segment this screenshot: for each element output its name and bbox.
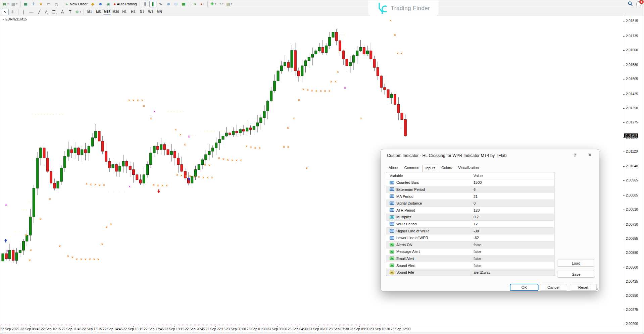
timeframe-button-m1[interactable]: M1	[86, 9, 94, 15]
toolbar-button-crosshair[interactable]: ✛	[9, 9, 16, 15]
param-row-message-alert[interactable]: ∿Message Alertfalse	[386, 248, 554, 255]
toolbar-button-auto-scroll[interactable]: ⇥	[191, 1, 198, 7]
toolbar-button-tile-windows[interactable]: ▦	[180, 1, 187, 7]
time-axis-tick	[71, 326, 72, 327]
price-axis-label: 2.00965	[626, 178, 638, 182]
toolbar-button-strategy-tester[interactable]: ◷	[53, 1, 60, 7]
timeframe-button-d1[interactable]: D1	[138, 9, 146, 15]
chat-icon[interactable]: 1	[636, 1, 642, 6]
toolbar-button-terminal[interactable]: ▭	[45, 1, 52, 7]
tab-visualization[interactable]: Visualization	[455, 164, 482, 171]
svg-text:×: ×	[246, 145, 248, 148]
resize-grip[interactable]: ◢	[596, 287, 598, 290]
symbol-label[interactable]: ▼ EURNZD,M15	[2, 17, 27, 21]
param-value-cell[interactable]: false	[470, 248, 554, 255]
param-value-cell[interactable]: 0.7	[470, 214, 554, 221]
dialog-close-button[interactable]: ✕	[586, 152, 594, 157]
dialog-help-button[interactable]: ?	[572, 153, 578, 158]
svg-text:×: ×	[188, 135, 190, 138]
toolbar-button-trendline[interactable]: ╱	[36, 9, 43, 15]
param-row-multiplier[interactable]: ½Multiplier0.7	[386, 214, 554, 221]
toolbar-button-equidistant-channel[interactable]: ⫽E	[43, 9, 50, 15]
param-row-counted-bars[interactable]: 123Counted Bars1500	[386, 179, 554, 186]
toolbar-button-text-label[interactable]: T	[66, 9, 73, 15]
param-value-cell[interactable]: false	[470, 255, 554, 262]
price-axis[interactable]: 2.018152.017352.016602.015802.015052.014…	[623, 16, 644, 326]
toolbar-button-line-chart-mode[interactable]: ∿	[157, 1, 164, 7]
toolbar-button-bar-chart-mode[interactable]: ⫼	[142, 1, 149, 7]
param-value-cell[interactable]: 6	[470, 186, 554, 193]
toolbar-button-new-order[interactable]: ＋New Order	[64, 1, 89, 7]
param-row-wpr-period[interactable]: 123WPR Period12	[386, 220, 554, 227]
toolbar-button-metaeditor[interactable]: ◆	[89, 1, 96, 7]
new-order-label: New Order	[70, 2, 88, 6]
svg-text:×: ×	[211, 176, 213, 179]
param-row-email-alert[interactable]: ∿Email Alertfalse	[386, 255, 554, 262]
toolbar-button-chart-shift[interactable]: ⇤	[199, 1, 206, 7]
param-value-cell[interactable]: false	[470, 241, 554, 248]
toolbar-button-indicators[interactable]: ✚▾	[209, 1, 217, 7]
param-row-atr-period[interactable]: 123ATR Period120	[386, 207, 554, 214]
timeframe-button-m15[interactable]: M15	[103, 9, 111, 15]
save-button[interactable]: Save	[557, 271, 595, 278]
price-axis-tick	[623, 225, 625, 225]
toolbar-button-text[interactable]: A	[59, 9, 66, 15]
toolbar-button-news[interactable]: ◉	[105, 1, 112, 7]
text-param-icon: ab	[390, 271, 394, 274]
tab-inputs[interactable]: Inputs	[422, 165, 438, 172]
param-value-cell[interactable]: 0	[470, 200, 554, 207]
reset-button[interactable]: Reset	[570, 284, 597, 291]
toolbar-button-new-chart[interactable]: ▤▾	[2, 1, 10, 7]
param-value-cell[interactable]: alert2.wav	[470, 269, 554, 276]
param-row-lower-line-of-wpr[interactable]: 123Lower Line of WPR-62	[386, 234, 554, 241]
param-variable-text: Higher Line of WPR	[396, 229, 429, 233]
toolbar-button-horizontal-line[interactable]: —	[28, 9, 35, 15]
cancel-button[interactable]: Cancel	[540, 284, 567, 291]
timeframe-button-mn[interactable]: MN	[155, 9, 163, 15]
ok-button[interactable]: OK	[510, 284, 538, 291]
param-value-cell[interactable]: -38	[470, 228, 554, 234]
toolbar-button-fibonacci[interactable]: ☰F	[51, 9, 58, 15]
param-value-cell[interactable]: 1500	[470, 179, 554, 186]
param-row-sound-file[interactable]: abSound Filealert2.wav	[386, 269, 554, 276]
toolbar-button-zoom-out[interactable]: ⊖	[172, 1, 180, 7]
tab-common[interactable]: Common	[401, 164, 423, 171]
toolbar-button-market-watch[interactable]: ▦	[22, 1, 29, 7]
timeframe-button-w1[interactable]: W1	[147, 9, 155, 15]
toolbar-button-navigator[interactable]: ★	[38, 1, 45, 7]
toolbar-button-autotrading[interactable]: ●AutoTrading	[112, 1, 138, 7]
search-icon[interactable]	[628, 1, 633, 6]
param-value-cell[interactable]: 21	[470, 193, 554, 200]
timeframe-button-h1[interactable]: H1	[120, 9, 129, 15]
param-value-cell[interactable]: 120	[470, 207, 554, 214]
timeframe-button-m5[interactable]: M5	[94, 9, 102, 15]
toolbar-button-vertical-line[interactable]: ❘	[20, 9, 27, 15]
timeframe-button-m30[interactable]: M30	[112, 9, 120, 15]
param-row-alerts-on[interactable]: ∿Alerts ONfalse	[386, 241, 554, 248]
param-value-cell[interactable]: 12	[470, 221, 554, 227]
svg-text:×: ×	[324, 89, 326, 93]
time-axis[interactable]: 22 Sep 202522 Sep 08:4522 Sep 10:1522 Se…	[0, 326, 623, 332]
toolbar-button-data-window[interactable]: ✛	[30, 1, 37, 7]
param-value-cell[interactable]: -62	[470, 234, 554, 241]
toolbar-button-arrows-tool[interactable]: ✥▾	[74, 9, 82, 15]
load-button[interactable]: Load	[557, 260, 595, 267]
param-value-cell[interactable]: false	[470, 262, 554, 269]
param-row-signal-distance[interactable]: 123Signal Distance0	[386, 200, 554, 207]
param-row-extermum-period[interactable]: 123Extermum Period6	[386, 186, 554, 193]
timeframe-button-h4[interactable]: H4	[129, 9, 137, 15]
toolbar-button-chart-profiles[interactable]: ▥▾	[10, 1, 18, 7]
numeric-param-icon: 123	[390, 229, 394, 233]
tab-colors[interactable]: Colors	[438, 164, 455, 171]
tab-about[interactable]: About	[386, 164, 401, 171]
toolbar-button-cursor[interactable]: ↖	[2, 9, 9, 15]
param-row-higher-line-of-wpr[interactable]: 123Higher Line of WPR-38	[386, 227, 554, 234]
toolbar-button-periods[interactable]: ◔▾	[217, 1, 225, 7]
toolbar-button-zoom-in[interactable]: ⊕	[165, 1, 172, 7]
toolbar-button-community[interactable]: ☻	[97, 1, 104, 7]
toolbar-button-candlestick-mode[interactable]: ❚	[149, 1, 156, 7]
param-row-ma-period[interactable]: 123MA Period21	[386, 193, 554, 200]
svg-text:×: ×	[394, 33, 396, 37]
toolbar-button-templates[interactable]: ▨▾	[225, 1, 233, 7]
param-row-sound-alert[interactable]: ∿Sound Alertfalse	[386, 262, 554, 269]
